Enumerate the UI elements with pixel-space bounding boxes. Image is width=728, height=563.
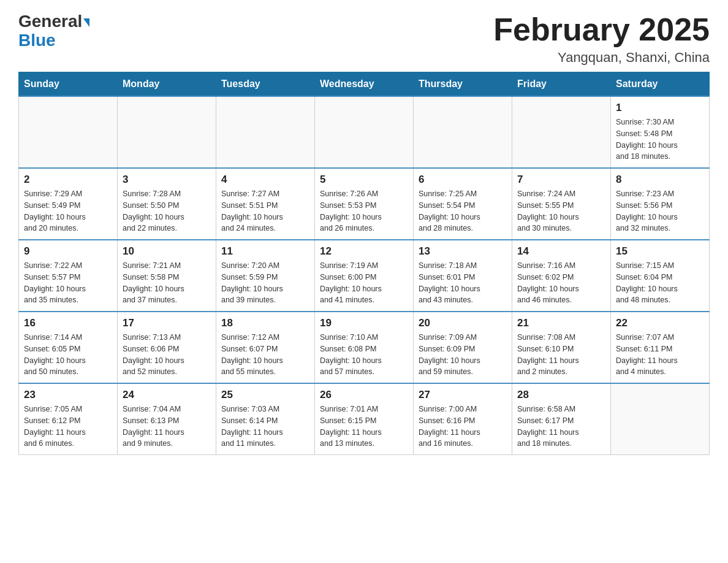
day-info: Sunrise: 7:01 AMSunset: 6:15 PMDaylight:… — [320, 404, 408, 450]
day-info: Sunrise: 7:20 AMSunset: 5:59 PMDaylight:… — [221, 260, 309, 306]
day-info: Sunrise: 7:27 AMSunset: 5:51 PMDaylight:… — [221, 188, 309, 234]
day-number: 19 — [320, 317, 408, 329]
day-number: 18 — [221, 317, 309, 329]
day-number: 8 — [616, 174, 704, 186]
title-section: February 2025 Yangquan, Shanxi, China — [493, 12, 710, 66]
month-title: February 2025 — [493, 12, 710, 47]
calendar-week-4: 16Sunrise: 7:14 AMSunset: 6:05 PMDayligh… — [19, 312, 710, 383]
logo: General Blue — [18, 12, 89, 50]
calendar-cell: 19Sunrise: 7:10 AMSunset: 6:08 PMDayligh… — [315, 312, 414, 383]
day-number: 11 — [221, 245, 309, 258]
calendar-cell: 25Sunrise: 7:03 AMSunset: 6:14 PMDayligh… — [216, 383, 315, 455]
day-number: 27 — [419, 389, 507, 401]
calendar-cell: 22Sunrise: 7:07 AMSunset: 6:11 PMDayligh… — [611, 312, 710, 383]
day-info: Sunrise: 7:18 AMSunset: 6:01 PMDaylight:… — [419, 260, 507, 306]
day-info: Sunrise: 7:04 AMSunset: 6:13 PMDaylight:… — [123, 404, 211, 450]
day-number: 9 — [24, 245, 112, 258]
calendar-cell: 2Sunrise: 7:29 AMSunset: 5:49 PMDaylight… — [19, 168, 118, 240]
calendar-cell: 12Sunrise: 7:19 AMSunset: 6:00 PMDayligh… — [315, 240, 414, 312]
day-number: 2 — [24, 174, 112, 186]
calendar-cell: 24Sunrise: 7:04 AMSunset: 6:13 PMDayligh… — [118, 383, 216, 455]
day-number: 6 — [419, 174, 507, 186]
calendar-cell: 5Sunrise: 7:26 AMSunset: 5:53 PMDaylight… — [315, 168, 414, 240]
day-number: 16 — [24, 317, 112, 329]
calendar-cell: 6Sunrise: 7:25 AMSunset: 5:54 PMDaylight… — [414, 168, 512, 240]
day-number: 5 — [320, 174, 408, 186]
calendar-cell: 20Sunrise: 7:09 AMSunset: 6:09 PMDayligh… — [414, 312, 512, 383]
day-info: Sunrise: 7:14 AMSunset: 6:05 PMDaylight:… — [24, 332, 112, 378]
day-number: 4 — [221, 174, 309, 186]
calendar-cell: 16Sunrise: 7:14 AMSunset: 6:05 PMDayligh… — [19, 312, 118, 383]
day-number: 26 — [320, 389, 408, 401]
calendar-cell — [611, 383, 710, 455]
day-info: Sunrise: 6:58 AMSunset: 6:17 PMDaylight:… — [517, 404, 605, 450]
day-number: 24 — [123, 389, 211, 401]
day-info: Sunrise: 7:23 AMSunset: 5:56 PMDaylight:… — [616, 188, 704, 234]
day-number: 7 — [517, 174, 605, 186]
day-info: Sunrise: 7:30 AMSunset: 5:48 PMDaylight:… — [616, 117, 704, 163]
day-info: Sunrise: 7:10 AMSunset: 6:08 PMDaylight:… — [320, 332, 408, 378]
calendar-cell: 23Sunrise: 7:05 AMSunset: 6:12 PMDayligh… — [19, 383, 118, 455]
calendar-week-1: 1Sunrise: 7:30 AMSunset: 5:48 PMDaylight… — [19, 96, 710, 168]
calendar-cell: 18Sunrise: 7:12 AMSunset: 6:07 PMDayligh… — [216, 312, 315, 383]
day-info: Sunrise: 7:13 AMSunset: 6:06 PMDaylight:… — [123, 332, 211, 378]
calendar-cell: 10Sunrise: 7:21 AMSunset: 5:58 PMDayligh… — [118, 240, 216, 312]
calendar-table: SundayMondayTuesdayWednesdayThursdayFrid… — [18, 72, 710, 455]
day-number: 13 — [419, 245, 507, 258]
day-number: 14 — [517, 245, 605, 258]
calendar-cell: 28Sunrise: 6:58 AMSunset: 6:17 PMDayligh… — [512, 383, 611, 455]
day-info: Sunrise: 7:08 AMSunset: 6:10 PMDaylight:… — [517, 332, 605, 378]
calendar-cell: 27Sunrise: 7:00 AMSunset: 6:16 PMDayligh… — [414, 383, 512, 455]
calendar-cell: 4Sunrise: 7:27 AMSunset: 5:51 PMDaylight… — [216, 168, 315, 240]
day-info: Sunrise: 7:00 AMSunset: 6:16 PMDaylight:… — [419, 404, 507, 450]
day-number: 20 — [419, 317, 507, 329]
day-info: Sunrise: 7:24 AMSunset: 5:55 PMDaylight:… — [517, 188, 605, 234]
day-number: 25 — [221, 389, 309, 401]
calendar-week-3: 9Sunrise: 7:22 AMSunset: 5:57 PMDaylight… — [19, 240, 710, 312]
day-info: Sunrise: 7:28 AMSunset: 5:50 PMDaylight:… — [123, 188, 211, 234]
calendar-cell — [19, 96, 118, 168]
location-subtitle: Yangquan, Shanxi, China — [493, 50, 710, 66]
calendar-cell: 17Sunrise: 7:13 AMSunset: 6:06 PMDayligh… — [118, 312, 216, 383]
day-number: 10 — [123, 245, 211, 258]
logo-text: General Blue — [18, 12, 89, 50]
weekday-header-friday: Friday — [512, 72, 611, 97]
day-number: 23 — [24, 389, 112, 401]
calendar-week-5: 23Sunrise: 7:05 AMSunset: 6:12 PMDayligh… — [19, 383, 710, 455]
day-number: 12 — [320, 245, 408, 258]
day-info: Sunrise: 7:19 AMSunset: 6:00 PMDaylight:… — [320, 260, 408, 306]
calendar-cell: 15Sunrise: 7:15 AMSunset: 6:04 PMDayligh… — [611, 240, 710, 312]
calendar-cell — [414, 96, 512, 168]
calendar-cell: 11Sunrise: 7:20 AMSunset: 5:59 PMDayligh… — [216, 240, 315, 312]
logo-general: General — [18, 12, 82, 31]
page-header: General Blue February 2025 Yangquan, Sha… — [18, 12, 710, 66]
calendar-cell: 26Sunrise: 7:01 AMSunset: 6:15 PMDayligh… — [315, 383, 414, 455]
calendar-cell: 9Sunrise: 7:22 AMSunset: 5:57 PMDaylight… — [19, 240, 118, 312]
calendar-cell: 21Sunrise: 7:08 AMSunset: 6:10 PMDayligh… — [512, 312, 611, 383]
calendar-header-row: SundayMondayTuesdayWednesdayThursdayFrid… — [19, 72, 710, 97]
day-number: 28 — [517, 389, 605, 401]
day-info: Sunrise: 7:22 AMSunset: 5:57 PMDaylight:… — [24, 260, 112, 306]
day-info: Sunrise: 7:07 AMSunset: 6:11 PMDaylight:… — [616, 332, 704, 378]
day-info: Sunrise: 7:05 AMSunset: 6:12 PMDaylight:… — [24, 404, 112, 450]
calendar-cell: 14Sunrise: 7:16 AMSunset: 6:02 PMDayligh… — [512, 240, 611, 312]
day-number: 17 — [123, 317, 211, 329]
day-info: Sunrise: 7:15 AMSunset: 6:04 PMDaylight:… — [616, 260, 704, 306]
weekday-header-sunday: Sunday — [19, 72, 118, 97]
day-number: 22 — [616, 317, 704, 329]
logo-arrow-icon — [83, 18, 89, 27]
calendar-cell: 8Sunrise: 7:23 AMSunset: 5:56 PMDaylight… — [611, 168, 710, 240]
weekday-header-saturday: Saturday — [611, 72, 710, 97]
day-info: Sunrise: 7:12 AMSunset: 6:07 PMDaylight:… — [221, 332, 309, 378]
calendar-week-2: 2Sunrise: 7:29 AMSunset: 5:49 PMDaylight… — [19, 168, 710, 240]
day-info: Sunrise: 7:29 AMSunset: 5:49 PMDaylight:… — [24, 188, 112, 234]
day-info: Sunrise: 7:16 AMSunset: 6:02 PMDaylight:… — [517, 260, 605, 306]
weekday-header-wednesday: Wednesday — [315, 72, 414, 97]
day-number: 1 — [616, 102, 704, 114]
day-number: 21 — [517, 317, 605, 329]
calendar-cell: 1Sunrise: 7:30 AMSunset: 5:48 PMDaylight… — [611, 96, 710, 168]
calendar-cell: 13Sunrise: 7:18 AMSunset: 6:01 PMDayligh… — [414, 240, 512, 312]
calendar-cell — [512, 96, 611, 168]
weekday-header-thursday: Thursday — [414, 72, 512, 97]
logo-blue: Blue — [18, 31, 56, 50]
